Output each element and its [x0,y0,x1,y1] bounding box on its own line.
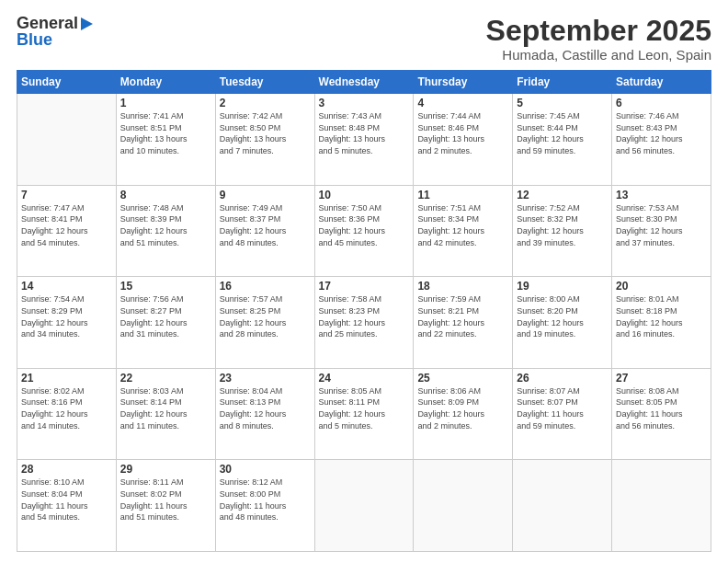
table-row: 30Sunrise: 8:12 AMSunset: 8:00 PMDayligh… [215,460,314,552]
day-info-line: and 2 minutes. [417,420,508,432]
table-row: 1Sunrise: 7:41 AMSunset: 8:51 PMDaylight… [116,94,215,186]
day-info-line: and 59 minutes. [517,145,608,157]
col-friday: Friday [513,71,612,94]
day-info-line: Sunset: 8:16 PM [21,396,112,408]
day-info-line: and 59 minutes. [517,420,608,432]
day-number: 21 [21,372,112,385]
day-info-line: Sunrise: 7:42 AM [220,110,311,122]
day-number: 13 [616,189,707,201]
table-row: 9Sunrise: 7:49 AMSunset: 8:37 PMDaylight… [215,185,314,277]
day-info-line: and 48 minutes. [220,511,311,523]
col-thursday: Thursday [414,71,513,94]
day-info-line: Sunset: 8:23 PM [319,305,410,317]
logo-arrow-icon [81,17,93,30]
table-row: 17Sunrise: 7:58 AMSunset: 8:23 PMDayligh… [314,277,414,369]
day-info-line: and 54 minutes. [21,511,112,523]
day-info-line: Daylight: 12 hours [21,317,112,329]
calendar-week-row: 14Sunrise: 7:54 AMSunset: 8:29 PMDayligh… [17,277,711,369]
day-info-line: Daylight: 12 hours [417,408,508,420]
day-info-line: Sunrise: 7:50 AM [319,202,410,214]
table-row: 26Sunrise: 8:07 AMSunset: 8:07 PMDayligh… [513,368,612,460]
table-row: 18Sunrise: 7:59 AMSunset: 8:21 PMDayligh… [414,277,513,369]
calendar-table: Sunday Monday Tuesday Wednesday Thursday… [17,70,711,552]
day-info-line: Daylight: 12 hours [220,225,311,237]
day-info-line: Sunrise: 8:03 AM [120,385,211,397]
day-info-line: Daylight: 11 hours [21,500,112,512]
day-info-line: and 56 minutes. [616,420,707,432]
day-info-line: Sunset: 8:51 PM [120,122,211,134]
day-number: 12 [517,189,608,201]
day-info-line: and 22 minutes. [417,328,508,340]
day-info-line: Daylight: 12 hours [517,317,608,329]
table-row [414,460,513,552]
day-number: 10 [319,189,410,201]
table-row: 20Sunrise: 8:01 AMSunset: 8:18 PMDayligh… [612,277,711,369]
day-info-line: Sunrise: 7:52 AM [517,202,608,214]
day-info-line: Sunset: 8:18 PM [616,305,707,317]
day-info-line: Daylight: 12 hours [120,225,211,237]
day-info-line: Sunset: 8:50 PM [220,122,311,134]
day-info-line: and 25 minutes. [319,328,410,340]
day-info-line: and 19 minutes. [517,328,608,340]
day-number: 23 [220,372,311,385]
table-row: 12Sunrise: 7:52 AMSunset: 8:32 PMDayligh… [513,185,612,277]
day-info-line: Sunrise: 7:44 AM [417,110,508,122]
calendar-week-row: 1Sunrise: 7:41 AMSunset: 8:51 PMDaylight… [17,94,711,186]
day-info-line: Sunrise: 8:07 AM [517,385,608,397]
day-info-line: and 7 minutes. [220,145,311,157]
day-number: 3 [319,97,410,109]
table-row: 24Sunrise: 8:05 AMSunset: 8:11 PMDayligh… [314,368,414,460]
day-info-line: Sunrise: 7:59 AM [417,293,508,305]
day-info-line: Daylight: 12 hours [616,225,707,237]
table-row: 22Sunrise: 8:03 AMSunset: 8:14 PMDayligh… [116,368,215,460]
calendar-week-row: 7Sunrise: 7:47 AMSunset: 8:41 PMDaylight… [17,185,711,277]
table-row: 2Sunrise: 7:42 AMSunset: 8:50 PMDaylight… [215,94,314,186]
day-info-line: Sunset: 8:21 PM [417,305,508,317]
day-info-line: Daylight: 12 hours [319,225,410,237]
day-info-line: Sunrise: 8:06 AM [417,385,508,397]
day-number: 18 [417,280,508,293]
day-number: 22 [120,372,211,385]
month-title: September 2025 [486,15,711,47]
logo-blue: Blue [17,30,52,49]
table-row: 11Sunrise: 7:51 AMSunset: 8:34 PMDayligh… [414,185,513,277]
table-row: 29Sunrise: 8:11 AMSunset: 8:02 PMDayligh… [116,460,215,552]
day-info-line: Daylight: 12 hours [120,408,211,420]
day-info-line: Sunset: 8:27 PM [120,305,211,317]
day-info-line: Sunrise: 8:02 AM [21,385,112,397]
day-number: 17 [319,280,410,293]
day-info-line: Daylight: 12 hours [517,133,608,145]
day-info-line: Sunset: 8:04 PM [21,488,112,500]
day-info-line: Sunset: 8:11 PM [319,396,410,408]
day-number: 8 [120,189,211,201]
col-monday: Monday [116,71,215,94]
day-number: 20 [616,280,707,293]
day-number: 16 [220,280,311,293]
day-info-line: and 42 minutes. [417,237,508,249]
day-info-line: Sunset: 8:30 PM [616,213,707,225]
day-info-line: and 5 minutes. [319,145,410,157]
table-row [612,460,711,552]
day-info-line: Daylight: 12 hours [220,408,311,420]
day-info-line: Sunset: 8:41 PM [21,213,112,225]
day-info-line: Sunset: 8:07 PM [517,396,608,408]
day-info-line: and 51 minutes. [120,237,211,249]
day-info-line: and 31 minutes. [120,328,211,340]
day-info-line: Daylight: 12 hours [616,133,707,145]
day-info-line: Daylight: 12 hours [220,317,311,329]
day-info-line: Sunset: 8:05 PM [616,396,707,408]
calendar-header-row: Sunday Monday Tuesday Wednesday Thursday… [17,71,711,94]
table-row: 7Sunrise: 7:47 AMSunset: 8:41 PMDaylight… [17,185,117,277]
day-info-line: Sunrise: 7:58 AM [319,293,410,305]
day-info-line: Sunset: 8:43 PM [616,122,707,134]
day-number: 24 [319,372,410,385]
day-info-line: Sunrise: 7:57 AM [220,293,311,305]
day-info-line: and 51 minutes. [120,511,211,523]
table-row: 28Sunrise: 8:10 AMSunset: 8:04 PMDayligh… [17,460,117,552]
day-info-line: Sunrise: 8:11 AM [120,477,211,488]
table-row: 13Sunrise: 7:53 AMSunset: 8:30 PMDayligh… [612,185,711,277]
day-number: 4 [417,97,508,109]
day-number: 30 [220,463,311,476]
table-row: 14Sunrise: 7:54 AMSunset: 8:29 PMDayligh… [17,277,117,369]
day-info-line: and 54 minutes. [21,237,112,249]
